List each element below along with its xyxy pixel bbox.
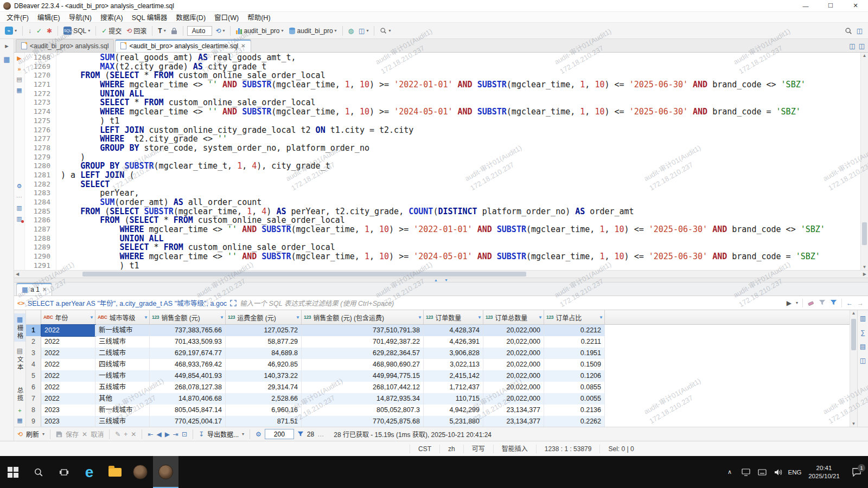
explain-plan-icon[interactable]: ▤ (16, 76, 22, 83)
connection-selector[interactable]: audit_bi_pro ▾ (234, 26, 285, 36)
grid-cell[interactable]: 五线城市 (95, 382, 150, 393)
rollback-button[interactable]: ⟲ 回滚 (125, 25, 148, 36)
row-number[interactable]: 6 (26, 382, 41, 393)
dbeaver-taskbar-button-active[interactable] (153, 456, 178, 488)
grid-cell[interactable]: 4,426,391 (424, 336, 483, 348)
grid-cell[interactable]: 468,980,690.27 (302, 359, 424, 370)
grid-cell[interactable]: 二线城市 (95, 348, 150, 359)
edit-cell-icon[interactable]: ✎ (115, 431, 120, 438)
previous-row-icon[interactable]: ◀ (156, 431, 161, 438)
eraser-icon[interactable] (807, 299, 814, 306)
minimize-button[interactable]: — (793, 0, 818, 11)
grid-cell[interactable]: 20,022,000 (483, 336, 544, 348)
calc-panel-icon[interactable]: ∑ (860, 329, 865, 336)
column-filter-icon[interactable]: ▼ (296, 315, 300, 320)
panel-bottom-icon[interactable]: ▦ (17, 417, 22, 424)
grid-cell[interactable]: 1,712,437 (424, 382, 483, 393)
grid-cell[interactable]: 三线城市 (95, 416, 150, 427)
panel-splitter[interactable]: ▲ ▼ (14, 278, 868, 282)
grid-cell[interactable]: 58,877.29 (226, 336, 302, 348)
grid-cell[interactable]: 4,428,374 (424, 325, 483, 336)
row-number[interactable]: 4 (26, 359, 41, 370)
filter-history-back-icon[interactable]: ← (846, 299, 853, 307)
column-filter-icon[interactable]: ▼ (538, 315, 542, 320)
row-number[interactable]: 2 (26, 336, 41, 348)
grid-corner-cell[interactable] (26, 310, 41, 324)
text-view-tab[interactable]: ▤ 文本 (14, 345, 25, 373)
grid-cell[interactable]: 2022 (41, 393, 95, 404)
grid-cell[interactable]: 629,197,674.77 (150, 348, 226, 359)
scroll-down-icon[interactable]: ▼ (850, 421, 857, 426)
filter-history-forward-icon[interactable]: → (857, 299, 864, 307)
grid-cell[interactable]: 701,433,509.93 (150, 336, 226, 348)
menu-item[interactable]: 数据库(D) (171, 12, 210, 22)
refresh-button[interactable]: 刷新 (26, 429, 39, 439)
filter-menu-icon[interactable] (830, 299, 837, 306)
column-filter-icon[interactable]: ▼ (220, 315, 224, 320)
task-view-button[interactable] (51, 456, 76, 488)
calendar-add-icon[interactable]: + (18, 407, 21, 414)
tray-input-button[interactable] (754, 469, 770, 476)
grid-cell[interactable]: 84,689.8 (226, 348, 302, 359)
grid-cell[interactable]: 0.1206 (544, 370, 605, 382)
new-connection-button[interactable]: ⌁ ▾ (3, 25, 18, 36)
schema-selector[interactable]: audit_bi_pro ▾ (287, 26, 339, 36)
grid-cell[interactable]: 20,022,000 (483, 325, 544, 336)
grid-cell[interactable]: 23,134,377 (483, 404, 544, 416)
grid-cell[interactable]: 2022 (41, 348, 95, 359)
fetch-button[interactable]: ↓ (27, 26, 33, 36)
tray-volume-button[interactable] (770, 468, 787, 476)
lock-button[interactable] (169, 26, 179, 36)
grid-cell[interactable]: 2022 (41, 325, 95, 336)
grid-cell[interactable]: 2023 (41, 404, 95, 416)
editor-code[interactable]: SUM(real_goods_amt) AS real_goods_amt_t,… (56, 53, 860, 270)
grid-cell[interactable]: 2022 (41, 336, 95, 348)
row-number[interactable]: 5 (26, 370, 41, 382)
grid-view-tab[interactable]: ▦ 栅格 (14, 313, 25, 342)
column-header[interactable]: 123销售金额 (元)▼ (150, 310, 226, 324)
network-profile-button[interactable]: ◍ (347, 26, 355, 36)
taskbar-clock[interactable]: 20:41 2025/10/21 (803, 464, 845, 480)
scroll-down-icon[interactable]: ▼ (861, 265, 868, 269)
commit-mode-select[interactable]: Auto (187, 26, 213, 36)
menu-item[interactable]: 窗口(W) (210, 12, 243, 22)
filter-query-text[interactable]: SELECT a.perYear AS "年份", a.city_grade_t… (28, 298, 227, 308)
export-script-icon[interactable]: ▥ (16, 204, 22, 211)
column-filter-icon[interactable]: ▼ (90, 315, 94, 320)
grid-cell[interactable]: 0.1509 (544, 359, 605, 370)
grid-cell[interactable]: 0.2211 (544, 336, 605, 348)
perspective-icon[interactable]: ◫ (857, 27, 863, 35)
database-navigator-icon[interactable]: ▦ (3, 55, 10, 63)
grid-cell[interactable]: 3,906,828 (424, 348, 483, 359)
grid-cell[interactable]: 20,022,000 (483, 393, 544, 404)
column-header[interactable]: ABC年份▼ (41, 310, 95, 324)
file-explorer-button[interactable] (102, 456, 127, 488)
output-panel-icon[interactable]: ▦ (16, 87, 22, 94)
column-filter-icon[interactable]: ▼ (599, 315, 603, 320)
grid-settings-gear-icon[interactable]: ⚙ (256, 431, 261, 438)
quick-search-icon[interactable] (845, 27, 852, 35)
scroll-right-icon[interactable]: ▶ (863, 272, 866, 277)
grid-cell[interactable]: 629,282,364.57 (302, 348, 424, 359)
row-number[interactable]: 1 (26, 325, 41, 336)
row-count-funnel-icon[interactable] (297, 431, 304, 438)
expand-filter-icon[interactable] (230, 300, 237, 306)
grid-cell[interactable]: 一线城市 (95, 370, 150, 382)
overview-tab[interactable]: 总揽 (14, 385, 25, 404)
apply-filter-icon[interactable]: ▶ (787, 299, 792, 307)
language-indicator[interactable]: ENG (787, 469, 803, 476)
metadata-panel-icon[interactable]: ▤ (860, 343, 866, 350)
tray-display-button[interactable] (738, 468, 754, 476)
editor-horizontal-scrollbar[interactable]: ◀ ▶ (14, 270, 868, 278)
grid-cell[interactable]: 14,872,935.34 (302, 393, 424, 404)
minimize-editor-icon[interactable]: ◫ (849, 42, 855, 50)
grid-cell[interactable]: 140,373.22 (226, 370, 302, 382)
grid-cell[interactable]: 805,052,807.3 (302, 404, 424, 416)
grid-cell[interactable]: 5,231,880 (424, 416, 483, 427)
grid-cell[interactable]: 268,107,442.12 (302, 382, 424, 393)
grid-cell[interactable]: 29,314.74 (226, 382, 302, 393)
row-number[interactable]: 3 (26, 348, 41, 359)
grid-cell[interactable]: 468,933,769.42 (150, 359, 226, 370)
grid-cell[interactable]: 14,870,406.68 (150, 393, 226, 404)
tray-expand-button[interactable]: ∧ (722, 468, 738, 476)
